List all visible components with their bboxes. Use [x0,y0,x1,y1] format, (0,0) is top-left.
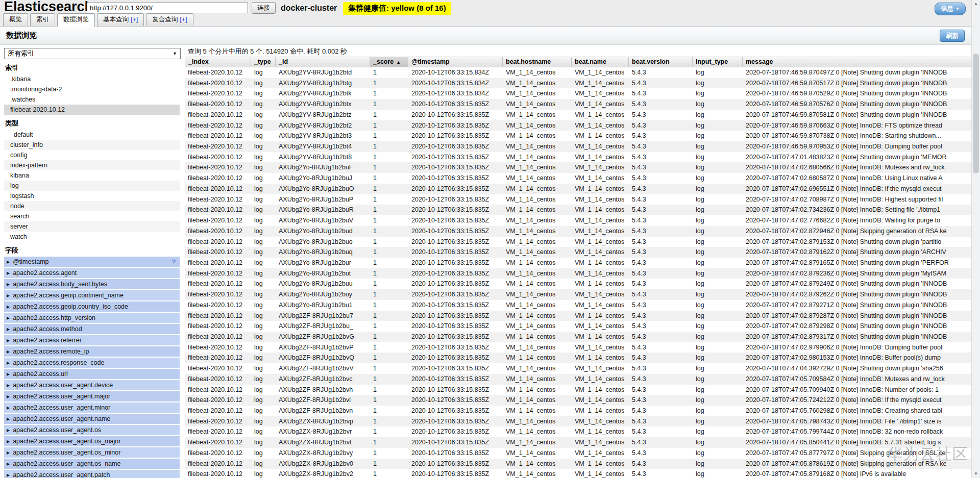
type-item[interactable]: server [4,221,180,232]
type-item[interactable]: config [4,150,180,160]
table-row[interactable]: filebeat-2020.10.12 log AXUbg2YV-8RJUg1b… [185,141,971,152]
index-item-selected[interactable]: filebeat-2020.10.12 [4,105,180,115]
type-item[interactable]: watch [4,232,180,242]
field-item[interactable]: ▶ apache2.access.user_agent.os_minor [4,447,180,458]
column-header-message[interactable]: message [743,57,971,67]
column-header-timestamp[interactable]: @timestamp [408,57,503,67]
type-item[interactable]: log [4,181,180,191]
type-item[interactable]: _default_ [4,130,180,140]
field-item[interactable]: ▶ apache2.access.user_agent.os_major [4,436,180,446]
table-row[interactable]: filebeat-2020.10.12 log AXUbg2ZF-8RJUg1b… [185,353,971,363]
tab-overview[interactable]: 概览 [3,13,28,26]
field-item[interactable]: ▶ apache2.access.user_agent.patch [4,470,180,478]
scroll-down-icon[interactable]: ▼ [972,470,980,478]
field-item[interactable]: ▶ apache2.access.agent [4,268,180,278]
table-row[interactable]: filebeat-2020.10.12 log AXUbg2ZX-8RJUg1b… [185,426,971,437]
connect-button[interactable]: 连接 [252,2,276,14]
field-item[interactable]: ▶ apache2.access.geoip.continent_name [4,290,180,300]
server-url-input[interactable] [87,3,248,13]
table-row[interactable]: filebeat-2020.10.12 log AXUbg2ZX-8RJUg1b… [185,469,971,478]
column-header-input-type[interactable]: input_type [693,57,743,67]
table-row[interactable]: filebeat-2020.10.12 log AXUbg2ZX-8RJUg1b… [185,437,971,448]
type-item[interactable]: node [4,201,180,211]
vertical-scrollbar[interactable]: ▲ ▼ [971,0,980,478]
field-item[interactable]: ▶ apache2.access.geoip.country_iso_code [4,301,180,312]
table-row[interactable]: filebeat-2020.10.12 log AXUbg2Yo-8RJUg1b… [185,247,971,258]
column-header-id[interactable]: _id [276,57,370,67]
field-item[interactable]: ▶ apache2.access.referrer [4,335,180,345]
refresh-button[interactable]: 刷新 [940,30,965,42]
field-item[interactable]: ▶ apache2.access.remote_ip [4,346,180,357]
field-item[interactable]: ▶ apache2.access.http_version [4,313,180,323]
table-row[interactable]: filebeat-2020.10.12 log AXUbg2ZX-8RJUg1b… [185,416,971,427]
field-item[interactable]: ▶ apache2.access.user_agent.major [4,391,180,401]
column-header-index[interactable]: _index [185,57,251,67]
table-row[interactable]: filebeat-2020.10.12 log AXUbg2Yo-8RJUg1b… [185,268,971,279]
table-row[interactable]: filebeat-2020.10.12 log AXUbg2YV-8RJUg1b… [185,131,971,141]
table-row[interactable]: filebeat-2020.10.12 log AXUbg2Yo-8RJUg1b… [185,279,971,289]
column-header-beat-version[interactable]: beat.version [629,57,693,67]
table-row[interactable]: filebeat-2020.10.12 log AXUbg2YV-8RJUg1b… [185,110,971,120]
table-row[interactable]: filebeat-2020.10.12 log AXUbg2YV-8RJUg1b… [185,152,971,163]
help-icon[interactable]: ? [172,258,180,266]
field-item[interactable]: ▶ apache2.access.user_agent.device [4,380,180,390]
table-row[interactable]: filebeat-2020.10.12 log AXUbg2ZX-8RJUg1b… [185,448,971,459]
column-header-type[interactable]: _type [251,57,276,67]
table-row[interactable]: filebeat-2020.10.12 log AXUbg2Yo-8RJUg1b… [185,300,971,311]
tab-basic-query[interactable]: 基本查询[+] [97,13,144,26]
scroll-up-icon[interactable]: ▲ [972,0,980,8]
index-filter-select[interactable]: 所有索引 ▼ [4,48,181,59]
info-button[interactable]: 信息▼ [935,3,966,15]
tab-data-browser[interactable]: 数据浏览 [57,13,95,27]
type-item[interactable]: cluster_info [4,140,180,150]
table-row[interactable]: filebeat-2020.10.12 log AXUbg2Yo-8RJUg1b… [185,237,971,247]
table-row[interactable]: filebeat-2020.10.12 log AXUbg2ZF-8RJUg1b… [185,374,971,385]
type-item[interactable]: logstash [4,191,180,201]
field-item[interactable]: ▶ apache2.access.user_agent.os [4,425,180,435]
index-item[interactable]: .watches [4,94,180,105]
table-row[interactable]: filebeat-2020.10.12 log AXUbg2Yo-8RJUg1b… [185,215,971,226]
cell-type: log [251,279,276,289]
column-header-score[interactable]: _score▲ [370,57,408,67]
index-item[interactable]: .kibana [4,74,180,84]
field-item[interactable]: ▶ apache2.access.user_agent.os_name [4,459,180,469]
table-row[interactable]: filebeat-2020.10.12 log AXUbg2YV-8RJUg1b… [185,67,971,78]
table-row[interactable]: filebeat-2020.10.12 log AXUbg2Yo-8RJUg1b… [185,226,971,237]
field-item[interactable]: ▶ apache2.access.url [4,369,180,379]
table-row[interactable]: filebeat-2020.10.12 log AXUbg2YV-8RJUg1b… [185,99,971,110]
table-row[interactable]: filebeat-2020.10.12 log AXUbg2ZF-8RJUg1b… [185,385,971,395]
column-header-beat-name[interactable]: beat.name [572,57,629,67]
field-item[interactable]: ▶ apache2.access.response_code [4,358,180,368]
table-row[interactable]: filebeat-2020.10.12 log AXUbg2ZF-8RJUg1b… [185,395,971,406]
table-row[interactable]: filebeat-2020.10.12 log AXUbg2ZF-8RJUg1b… [185,321,971,332]
field-item[interactable]: ▶ apache2.access.user_agent.minor [4,402,180,413]
table-row[interactable]: filebeat-2020.10.12 log AXUbg2Yo-8RJUg1b… [185,162,971,173]
tab-compound-query[interactable]: 复合查询[+] [146,13,193,26]
column-header-beat-hostname[interactable]: beat.hostname [503,57,572,67]
table-row[interactable]: filebeat-2020.10.12 log AXUbg2Yo-8RJUg1b… [185,205,971,215]
table-row[interactable]: filebeat-2020.10.12 log AXUbg2YV-8RJUg1b… [185,120,971,131]
tab-indices[interactable]: 索引 [30,13,55,26]
table-row[interactable]: filebeat-2020.10.12 log AXUbg2ZF-8RJUg1b… [185,311,971,321]
table-row[interactable]: filebeat-2020.10.12 log AXUbg2ZF-8RJUg1b… [185,406,971,416]
table-row[interactable]: filebeat-2020.10.12 log AXUbg2ZF-8RJUg1b… [185,332,971,342]
field-item[interactable]: ▶ apache2.access.user_agent.name [4,414,180,424]
field-item[interactable]: ▶ apache2.access.body_sent.bytes [4,279,180,289]
table-row[interactable]: filebeat-2020.10.12 log AXUbg2Yo-8RJUg1b… [185,194,971,205]
type-item[interactable]: kibana [4,170,180,181]
table-row[interactable]: filebeat-2020.10.12 log AXUbg2Yo-8RJUg1b… [185,173,971,184]
table-row[interactable]: filebeat-2020.10.12 log AXUbg2Yo-8RJUg1b… [185,289,971,300]
table-row[interactable]: filebeat-2020.10.12 log AXUbg2YV-8RJUg1b… [185,88,971,99]
scrollbar-thumb[interactable] [973,54,979,173]
table-row[interactable]: filebeat-2020.10.12 log AXUbg2ZF-8RJUg1b… [185,363,971,374]
type-item[interactable]: search [4,211,180,221]
table-row[interactable]: filebeat-2020.10.12 log AXUbg2ZF-8RJUg1b… [185,342,971,353]
field-item[interactable]: ▶ @timestamp ? [4,257,180,267]
table-row[interactable]: filebeat-2020.10.12 log AXUbg2ZX-8RJUg1b… [185,459,971,469]
index-item[interactable]: .monitoring-data-2 [4,84,180,94]
type-item[interactable]: index-pattern [4,160,180,170]
table-row[interactable]: filebeat-2020.10.12 log AXUbg2YV-8RJUg1b… [185,78,971,89]
table-row[interactable]: filebeat-2020.10.12 log AXUbg2Yo-8RJUg1b… [185,184,971,194]
field-item[interactable]: ▶ apache2.access.method [4,324,180,334]
table-row[interactable]: filebeat-2020.10.12 log AXUbg2Yo-8RJUg1b… [185,258,971,268]
